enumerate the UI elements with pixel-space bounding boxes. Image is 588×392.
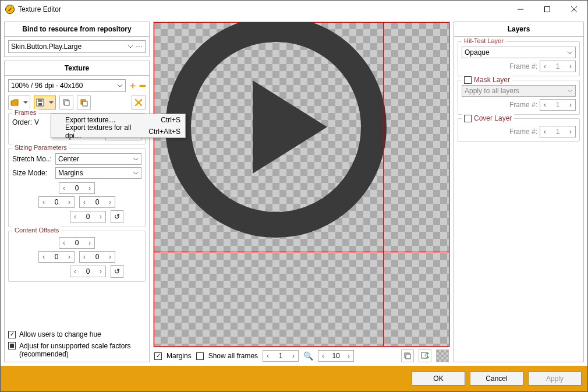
- sizing-legend: Sizing Parameters: [12, 144, 69, 151]
- margins-checkbox[interactable]: [154, 352, 162, 360]
- showall-label: Show all frames: [208, 352, 258, 360]
- mask-frame: ‹1›: [540, 99, 576, 111]
- offsets-reset[interactable]: ↺: [111, 265, 123, 278]
- margins-reset[interactable]: ↺: [111, 210, 123, 223]
- cover-checkbox[interactable]: [464, 115, 472, 122]
- add-dpi-button[interactable]: ＋: [128, 80, 137, 92]
- guide-vertical[interactable]: [383, 22, 384, 347]
- hue-label: Allow users to change hue: [19, 330, 101, 338]
- transparency-button[interactable]: [436, 349, 449, 362]
- copy-button[interactable]: [59, 96, 73, 110]
- offset-right[interactable]: ‹0›: [79, 251, 115, 263]
- zoom-nav[interactable]: ‹10›: [318, 350, 354, 362]
- export-context-menu: Export texture… Ctrl+S Export textures f…: [51, 114, 186, 138]
- hittest-frame-label: Frame #:: [509, 62, 537, 70]
- minimize-button[interactable]: [507, 1, 534, 18]
- menu-export-texture-shortcut: Ctrl+S: [161, 116, 180, 124]
- hittest-combo[interactable]: Opaque: [462, 47, 576, 58]
- mask-value: Apply to all layers: [465, 87, 519, 95]
- bind-body: Skin.Button.Play.Large ⋯: [4, 37, 150, 57]
- right-column: Layers Hit-Test Layer Opaque Frame #: ‹1…: [454, 22, 584, 362]
- sizemode-row: Size Mode: Margins: [12, 167, 141, 179]
- stretch-label: Stretch Mo..:: [12, 155, 53, 163]
- sizemode-combo[interactable]: Margins: [55, 167, 141, 179]
- margin-left[interactable]: ‹0›: [38, 196, 75, 208]
- stretch-combo[interactable]: Center: [55, 153, 141, 165]
- texture-section: Texture 100% / 96 dpi - 40x160 ＋ ━: [4, 61, 150, 362]
- toolbar: [8, 96, 146, 110]
- menu-export-all-dpi-label: Export textures for all dpi…: [65, 123, 148, 140]
- svg-rect-10: [83, 101, 87, 106]
- paste-button[interactable]: [77, 96, 91, 110]
- sizemode-label: Size Mode:: [12, 169, 53, 177]
- bind-resource-combo[interactable]: Skin.Button.Play.Large ⋯: [8, 40, 146, 53]
- guide-horizontal[interactable]: [154, 252, 449, 252]
- sizing-fieldset: Sizing Parameters Stretch Mo..: Center S…: [8, 148, 146, 227]
- svg-rect-15: [406, 354, 410, 359]
- open-button[interactable]: [8, 96, 30, 110]
- cancel-button[interactable]: Cancel: [470, 372, 523, 386]
- zoom-combo[interactable]: 100% / 96 dpi - 40x160: [8, 79, 126, 92]
- margin-lr-row: ‹0› ‹0›: [12, 196, 141, 208]
- bind-section: Bind to resource from repository Skin.Bu…: [4, 22, 150, 57]
- export-button[interactable]: [34, 96, 56, 110]
- order-label: Order:: [12, 118, 32, 126]
- copy-image-button[interactable]: [401, 349, 414, 362]
- maximize-button[interactable]: [534, 1, 561, 18]
- margin-right[interactable]: ‹0›: [79, 196, 115, 208]
- layers-header: Layers: [454, 22, 584, 37]
- frame-nav[interactable]: ‹1›: [263, 350, 299, 362]
- offset-bottom[interactable]: ‹0›: [70, 266, 106, 277]
- canvas-bottom-bar: Margins Show all frames ‹1› 🔍 ‹10›: [153, 347, 450, 362]
- margin-bottom[interactable]: ‹0›: [70, 211, 106, 223]
- sizemode-value: Margins: [58, 169, 83, 177]
- offset-top-row: ‹0›: [12, 237, 141, 249]
- apply-button: Apply: [528, 372, 582, 386]
- mask-checkbox[interactable]: [464, 76, 472, 84]
- titlebar: Texture Editor: [1, 1, 587, 18]
- offset-left[interactable]: ‹0›: [38, 251, 75, 263]
- hittest-fieldset: Hit-Test Layer Opaque Frame #: ‹1›: [458, 41, 580, 76]
- cover-frame-row: Frame #: ‹1›: [462, 126, 576, 137]
- scale-checkbox[interactable]: [8, 342, 16, 349]
- svg-rect-1: [545, 7, 550, 12]
- svg-rect-6: [38, 103, 42, 105]
- cover-legend-wrap: Cover Layer: [462, 114, 514, 122]
- close-button[interactable]: [561, 1, 587, 18]
- hittest-frame-row: Frame #: ‹1›: [462, 61, 576, 72]
- hittest-value: Opaque: [465, 48, 490, 56]
- window-controls: [507, 1, 587, 18]
- stretch-value: Center: [58, 155, 79, 163]
- cover-frame-label: Frame #:: [509, 128, 537, 136]
- ok-button[interactable]: OK: [412, 372, 465, 386]
- magnify-icon[interactable]: 🔍: [303, 351, 313, 361]
- remove-dpi-button[interactable]: ━: [140, 80, 146, 91]
- showall-checkbox[interactable]: [196, 352, 204, 360]
- window: Texture Editor Bind to resource from rep…: [0, 0, 588, 392]
- stretch-row: Stretch Mo..: Center: [12, 153, 141, 165]
- texture-canvas[interactable]: [153, 22, 450, 347]
- bind-header: Bind to resource from repository: [4, 22, 150, 37]
- offset-top[interactable]: ‹0›: [59, 237, 95, 249]
- refresh-image-button[interactable]: [419, 349, 431, 362]
- menu-export-texture-label: Export texture…: [65, 116, 116, 124]
- zoom-value: 100% / 96 dpi - 40x160: [11, 82, 83, 90]
- mask-frame-label: Frame #:: [509, 101, 537, 109]
- left-column: Bind to resource from repository Skin.Bu…: [4, 22, 150, 362]
- hue-checkbox[interactable]: [8, 331, 16, 338]
- play-large-icon: [160, 22, 392, 243]
- svg-rect-8: [65, 101, 69, 105]
- center-column: Margins Show all frames ‹1› 🔍 ‹10›: [153, 22, 450, 362]
- clear-button[interactable]: [132, 96, 146, 110]
- menu-export-all-dpi[interactable]: Export textures for all dpi… Ctrl+Alt+S: [51, 126, 185, 137]
- frames-legend: Frames: [12, 109, 38, 116]
- layers-body: Hit-Test Layer Opaque Frame #: ‹1› Mask …: [454, 37, 584, 362]
- offset-lr-row: ‹0› ‹0›: [12, 251, 141, 263]
- scale-option-row[interactable]: Adjust for unsupported scale factors (re…: [8, 342, 146, 358]
- zoom-row: 100% / 96 dpi - 40x160 ＋ ━: [8, 79, 146, 92]
- cover-fieldset: Cover Layer Frame #: ‹1›: [458, 118, 580, 142]
- mask-combo: Apply to all layers: [462, 85, 576, 97]
- hue-option-row[interactable]: Allow users to change hue: [8, 330, 146, 338]
- margin-top[interactable]: ‹0›: [59, 182, 95, 194]
- hittest-legend: Hit-Test Layer: [462, 37, 506, 44]
